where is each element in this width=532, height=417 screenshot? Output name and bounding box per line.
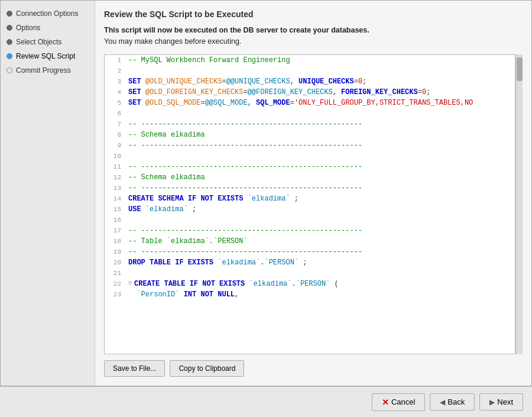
cancel-button[interactable]: ✕ Cancel [372,393,425,411]
sql-line: 6 [105,108,515,119]
sidebar-label: Select Objects [16,38,61,46]
copy-to-clipboard-button[interactable]: Copy to Clipboard [170,360,244,377]
sidebar-bullet [7,39,12,45]
sidebar-item-review-sql-script[interactable]: Review SQL Script [1,49,95,63]
footer: ✕ Cancel ◀ Back ▶ Next [0,386,532,417]
next-button[interactable]: ▶ Next [479,393,523,410]
save-to-file-button[interactable]: Save to File... [104,360,165,377]
sidebar: Connection Options Options Select Object… [1,1,95,386]
sql-line: 20 DROP TABLE IF EXISTS `elkadima`.`PERS… [105,257,515,268]
sql-line: 23 `PersonID` INT NOT NULL, [105,289,515,300]
sql-line: 14 CREATE SCHEMA IF NOT EXISTS `elkadima… [105,193,515,204]
sql-line: 9 -- -----------------------------------… [105,140,515,151]
cancel-label: Cancel [391,397,415,406]
desc-line1: This script will now be executed on the … [104,26,369,34]
sql-line: 11 -- ----------------------------------… [105,161,515,172]
sidebar-item-select-objects[interactable]: Select Objects [1,35,95,49]
sidebar-label: Options [16,24,40,32]
sql-line: 19 -- ----------------------------------… [105,247,515,257]
sql-line: 17 -- ----------------------------------… [105,225,515,236]
sql-line: 22 ▽ CREATE TABLE IF NOT EXISTS `elkadim… [105,279,515,289]
sql-line: 16 [105,215,515,225]
cancel-icon: ✕ [382,397,389,407]
collapse-icon[interactable]: ▽ [128,279,132,289]
sidebar-bullet [7,25,12,31]
sql-line: 1 -- MySQL Workbench Forward Engineering [105,55,515,66]
sidebar-item-commit-progress[interactable]: Commit Progress [1,63,95,77]
sql-line: 12 -- Schema elkadima [105,172,515,183]
sidebar-bullet [7,11,12,17]
main-content: Review the SQL Script to be Executed Thi… [95,1,531,386]
sql-line: 13 -- ----------------------------------… [105,183,515,193]
bottom-buttons: Save to File... Copy to Clipboard [104,360,523,377]
scrollbar[interactable] [515,54,523,355]
sql-line: 15 USE `elkadima` ; [105,204,515,215]
sidebar-item-connection-options[interactable]: Connection Options [1,7,95,21]
back-button[interactable]: ◀ Back [430,393,475,410]
scrollbar-thumb[interactable] [517,57,523,81]
sql-editor-wrapper: 1 -- MySQL Workbench Forward Engineering… [104,54,523,355]
sql-scroll-area[interactable]: 1 -- MySQL Workbench Forward Engineering… [105,55,515,354]
sidebar-bullet [7,67,12,73]
sidebar-label: Review SQL Script [16,52,75,60]
sql-line: 18 -- Table `elkadima`.`PERSON` [105,236,515,247]
page-title: Review the SQL Script to be Executed [104,9,523,19]
sql-line: 3 SET @OLD_UNIQUE_CHECKS=@@UNIQUE_CHECKS… [105,76,515,87]
back-arrow-icon: ◀ [440,398,445,406]
sidebar-label: Connection Options [16,9,78,18]
back-label: Back [447,397,465,406]
description: This script will now be executed on the … [104,25,523,47]
next-arrow-icon: ▶ [489,398,495,406]
sidebar-item-options[interactable]: Options [1,21,95,35]
sql-editor[interactable]: 1 -- MySQL Workbench Forward Engineering… [104,54,515,355]
sidebar-bullet [7,53,12,59]
sql-line: 21 [105,268,515,279]
sql-line: 7 -- -----------------------------------… [105,119,515,130]
next-label: Next [497,397,513,406]
sql-line: 2 [105,66,515,76]
desc-line2: You may make changes before executing. [104,37,241,46]
sql-line: 5 SET @OLD_SQL_MODE=@@SQL_MODE, SQL_MODE… [105,98,515,108]
sidebar-label: Commit Progress [16,66,71,75]
sql-line: 8 -- Schema elkadima [105,130,515,140]
sql-line: 10 [105,151,515,161]
sql-line: 4 SET @OLD_FOREIGN_KEY_CHECKS=@@FOREIGN_… [105,87,515,98]
